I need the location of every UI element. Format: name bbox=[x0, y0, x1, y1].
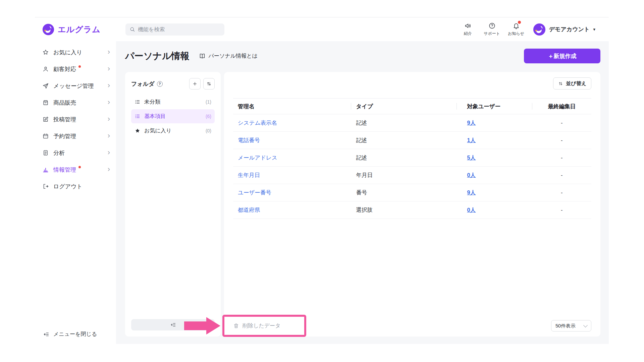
folder-label: 基本項目 bbox=[144, 113, 166, 120]
app-window: エルグラム お気に入り › 顧客対応 › メッセージ管理 › 商品販売 bbox=[35, 17, 609, 344]
close-menu-button[interactable]: メニューを閉じる bbox=[35, 324, 116, 344]
folders-help-icon[interactable]: ? bbox=[157, 81, 163, 87]
folder-count: (0) bbox=[206, 128, 211, 133]
action-label: 紹介 bbox=[464, 31, 472, 37]
sidebar-item-info-management[interactable]: 情報管理 › bbox=[35, 161, 116, 178]
sidebar-item-label: 顧客対応 bbox=[53, 65, 76, 73]
brand-name: エルグラム bbox=[58, 24, 101, 35]
caret-down-icon: ▾ bbox=[593, 27, 595, 32]
folder-list: 未分類 (1) 基本項目 (6) お気に入り (0) bbox=[131, 95, 215, 138]
content-area: パーソナル情報 パーソナル情報とは ＋新規作成 フォルダ ? bbox=[116, 41, 609, 344]
sidebar-item-label: 分析 bbox=[53, 149, 65, 157]
chevron-right-icon: › bbox=[108, 99, 110, 106]
folders-title: フォルダ bbox=[131, 80, 155, 88]
account-menu[interactable]: デモアカウント ▾ bbox=[533, 23, 595, 36]
sidebar-item-product-sales[interactable]: 商品販売 › bbox=[35, 94, 116, 111]
create-new-button[interactable]: ＋新規作成 bbox=[524, 49, 600, 63]
field-name-link[interactable]: ユーザー番号 bbox=[238, 189, 271, 195]
field-name-link[interactable]: システム表示名 bbox=[238, 120, 277, 126]
sidebar-item-reservation-management[interactable]: 予約管理 › bbox=[35, 128, 116, 144]
target-users-link[interactable]: 9人 bbox=[467, 189, 476, 195]
field-type: 記述 bbox=[351, 119, 457, 127]
field-name-link[interactable]: 生年月日 bbox=[238, 172, 260, 178]
topbar-actions: 紹介 サポート お知らせ bbox=[459, 22, 526, 37]
logout-icon bbox=[42, 183, 49, 190]
target-users-link[interactable]: 0人 bbox=[467, 207, 476, 213]
folder-item-basic-fields[interactable]: 基本項目 (6) bbox=[131, 109, 215, 123]
target-users-link[interactable]: 1人 bbox=[467, 137, 476, 143]
last-edited: - bbox=[532, 155, 591, 161]
fields-table: 管理名 タイプ 対象ユーザー 最終編集日 システム表示名 記述 9人 - bbox=[233, 98, 591, 219]
folder-label: 未分類 bbox=[144, 99, 160, 106]
field-type: 年月日 bbox=[351, 172, 457, 179]
sidebar-item-message-management[interactable]: メッセージ管理 › bbox=[35, 77, 116, 94]
folder-item-uncategorized[interactable]: 未分類 (1) bbox=[131, 95, 215, 109]
table-row: システム表示名 記述 9人 - bbox=[233, 114, 591, 132]
field-type: 記述 bbox=[351, 154, 457, 162]
chevron-right-icon: › bbox=[108, 132, 110, 139]
notification-badge-dot bbox=[518, 21, 521, 24]
sort-folders-button[interactable] bbox=[203, 78, 215, 89]
sidebar-item-analytics[interactable]: 分析 › bbox=[35, 144, 116, 161]
field-name-link[interactable]: 電話番号 bbox=[238, 137, 260, 143]
collapse-folders-button[interactable] bbox=[131, 319, 215, 330]
column-header-name: 管理名 bbox=[233, 103, 351, 110]
fields-panel: 並び替え 管理名 タイプ 対象ユーザー 最終編集日 システム表示名 記述 bbox=[224, 72, 600, 337]
folder-item-favorites[interactable]: お気に入り (0) bbox=[131, 124, 215, 138]
brand-logo[interactable]: エルグラム bbox=[35, 17, 116, 41]
sidebar-item-label: 予約管理 bbox=[53, 132, 76, 140]
column-header-type: タイプ bbox=[351, 103, 457, 110]
sidebar-item-label: 情報管理 bbox=[53, 166, 76, 174]
field-name-link[interactable]: 都道府県 bbox=[238, 207, 260, 213]
page-size-value: 50件表示 bbox=[555, 323, 576, 329]
sidebar: エルグラム お気に入り › 顧客対応 › メッセージ管理 › 商品販売 bbox=[35, 17, 116, 344]
notifications-button[interactable]: お知らせ bbox=[507, 22, 526, 37]
chevron-right-icon: › bbox=[108, 166, 110, 173]
sidebar-item-label: ログアウト bbox=[53, 183, 83, 190]
list-icon bbox=[135, 113, 141, 119]
panels: フォルダ ? bbox=[125, 72, 600, 337]
sort-arrows-icon bbox=[558, 81, 563, 86]
folder-count: (1) bbox=[206, 99, 211, 105]
search-box[interactable] bbox=[125, 23, 224, 36]
account-avatar bbox=[533, 23, 546, 36]
main-area: 紹介 サポート お知らせ デモアカウント ▾ bbox=[116, 17, 609, 344]
trash-icon bbox=[233, 323, 239, 329]
target-users-link[interactable]: 9人 bbox=[467, 120, 476, 126]
target-users-link[interactable]: 0人 bbox=[467, 172, 476, 178]
sidebar-item-customer-support[interactable]: 顧客対応 › bbox=[35, 61, 116, 77]
sort-button[interactable]: 並び替え bbox=[553, 77, 591, 89]
chevron-down-icon bbox=[583, 323, 588, 327]
add-folder-button[interactable] bbox=[189, 78, 201, 89]
sidebar-item-label: メッセージ管理 bbox=[53, 82, 94, 90]
folder-label: お気に入り bbox=[144, 127, 171, 134]
action-label: サポート bbox=[484, 31, 500, 37]
intro-button[interactable]: 紹介 bbox=[459, 22, 477, 37]
page-size-select[interactable]: 50件表示 bbox=[551, 320, 591, 331]
brand-logo-icon bbox=[42, 23, 54, 36]
sidebar-item-favorites[interactable]: お気に入り › bbox=[35, 44, 116, 61]
field-name-link[interactable]: メールアドレス bbox=[238, 155, 277, 161]
alert-dot bbox=[78, 166, 81, 168]
account-name: デモアカウント bbox=[549, 25, 590, 33]
chevron-right-icon: › bbox=[108, 65, 110, 72]
deleted-data-button[interactable]: 削除したデータ bbox=[233, 322, 281, 329]
last-edited: - bbox=[532, 120, 591, 126]
search-input[interactable] bbox=[138, 26, 220, 33]
calendar-icon bbox=[42, 133, 49, 139]
sort-button-label: 並び替え bbox=[566, 80, 586, 87]
topbar: 紹介 サポート お知らせ デモアカウント ▾ bbox=[116, 17, 609, 41]
sidebar-item-logout[interactable]: ログアウト bbox=[35, 178, 116, 195]
last-edited: - bbox=[532, 172, 591, 178]
target-users-link[interactable]: 5人 bbox=[467, 155, 476, 161]
report-document-icon bbox=[42, 149, 49, 156]
table-row: 電話番号 記述 1人 - bbox=[233, 132, 591, 149]
sidebar-item-post-management[interactable]: 投稿管理 › bbox=[35, 111, 116, 128]
sidebar-nav: お気に入り › 顧客対応 › メッセージ管理 › 商品販売 › 投稿管 bbox=[35, 41, 116, 195]
support-button[interactable]: サポート bbox=[483, 22, 501, 37]
megaphone-icon bbox=[464, 22, 472, 29]
help-link[interactable]: パーソナル情報とは bbox=[199, 53, 258, 60]
table-row: 生年月日 年月日 0人 - bbox=[233, 167, 591, 184]
chevron-right-icon: › bbox=[108, 115, 110, 123]
send-icon bbox=[42, 82, 49, 89]
